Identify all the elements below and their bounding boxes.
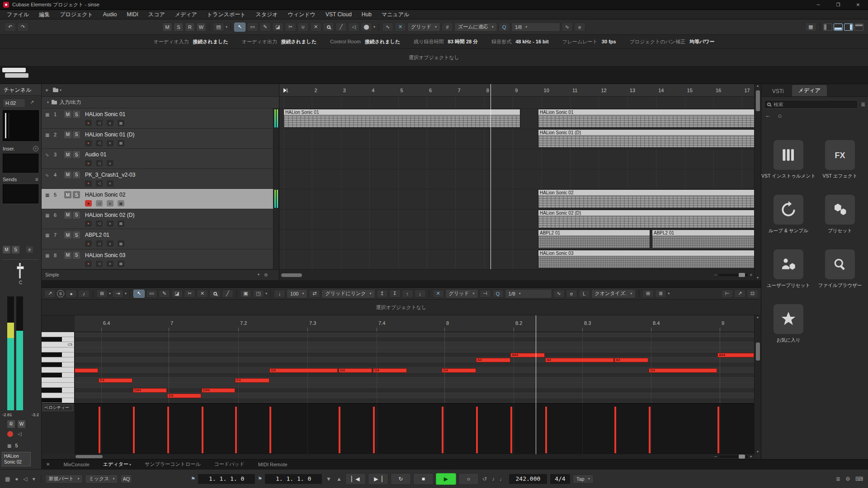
record-arm-button[interactable]: ● — [85, 221, 92, 227]
bottom-tab-MIDI Remote[interactable]: MIDI Remote — [258, 462, 288, 467]
punch-in-icon[interactable]: ▼ — [325, 476, 333, 482]
tempo-display[interactable]: 242.000 — [509, 474, 547, 484]
midi-keyboard-icon[interactable]: ▦ — [4, 476, 11, 482]
scrollbar-handle[interactable] — [756, 343, 760, 361]
midi-note[interactable]: A4 — [545, 358, 614, 362]
grid-type-icon[interactable]: # — [442, 23, 453, 32]
move-down-icon[interactable]: ↧ — [389, 290, 401, 298]
minimize-button[interactable]: ─ — [808, 0, 828, 9]
quantize-preset-dropdown[interactable]: 1/8▾ — [505, 289, 552, 298]
snap-on-off-icon[interactable]: ✕ — [395, 23, 406, 32]
velocity-bar[interactable] — [442, 407, 443, 453]
menu-item[interactable]: プロジェクト — [55, 10, 98, 19]
media-tile[interactable]: お気に入り — [766, 304, 811, 343]
range-selection-tool-icon[interactable]: ▭ — [146, 290, 157, 298]
chevron-down-icon[interactable]: ▾ — [31, 476, 37, 482]
line-tool-icon[interactable]: ╱ — [222, 290, 233, 298]
mute-button[interactable]: M — [64, 211, 71, 219]
piano-key-C5[interactable]: C5 — [42, 342, 75, 347]
play-button[interactable]: ▶ — [436, 473, 456, 485]
track-presets-icon[interactable]: ▾ — [53, 88, 61, 92]
object-selection-tool-icon[interactable]: ↖ — [234, 23, 245, 32]
insert-velocity-dropdown[interactable]: 100▾ — [287, 289, 307, 298]
record-button[interactable]: ○ — [458, 473, 479, 485]
eraser-tool-icon[interactable]: ◪ — [272, 23, 283, 32]
record-arm-button[interactable]: ● — [85, 160, 92, 166]
mute-button[interactable]: M — [64, 131, 71, 138]
mix-dropdown[interactable]: ミックス▾ — [85, 474, 118, 483]
pencil-tool-icon[interactable]: ✎ — [159, 290, 170, 298]
solo-all-button[interactable]: S — [174, 23, 184, 32]
piano-key-A#4[interactable] — [42, 352, 75, 357]
channel-strip-thumbnail[interactable] — [3, 110, 39, 141]
home-icon[interactable]: ⌂ — [778, 112, 782, 119]
media-tile[interactable]: VST インストゥルメント — [766, 140, 811, 179]
midi-note[interactable]: G4 — [373, 368, 407, 373]
eraser-tool-icon[interactable]: ◪ — [171, 290, 183, 298]
bottom-tab-エディター[interactable]: エディター ▾ — [103, 461, 131, 468]
go-to-end-button[interactable]: ▶▕ — [368, 473, 388, 485]
velocity-bar[interactable] — [717, 407, 719, 453]
inspector-header[interactable]: チャンネル — [0, 84, 41, 96]
edit-channel-button[interactable]: e — [107, 140, 113, 146]
mute-tool-icon[interactable]: ✕ — [310, 23, 321, 32]
midi-note[interactable]: G4 — [442, 368, 476, 373]
track-lanes[interactable]: HALion Sonic 01HALion Sonic 01HALion Son… — [279, 97, 754, 269]
inserts-slot-box[interactable] — [3, 154, 38, 173]
zone-splitter[interactable] — [42, 280, 761, 288]
edit-channel-button[interactable]: e — [107, 160, 113, 166]
glue-tool-icon[interactable]: ∪ — [297, 23, 309, 32]
channel-id-box[interactable]: H.02 — [3, 99, 25, 108]
split-tool-icon[interactable]: ✂ — [184, 290, 195, 298]
snap-type-dropdown[interactable]: グリッド▾ — [445, 289, 478, 298]
stop-button[interactable]: ■ — [413, 473, 434, 485]
zoom-tool-icon[interactable] — [209, 290, 221, 298]
range-selection-tool-icon[interactable]: ▭ — [247, 23, 258, 32]
timeline-ruler[interactable]: 1234567891011121314151617 — [279, 84, 754, 97]
editor-mode-icon[interactable]: ⊢ — [722, 290, 733, 298]
monitor-button[interactable]: ◁ — [96, 240, 103, 247]
object-selection-tool-icon[interactable]: ↖ — [133, 290, 145, 298]
clip[interactable]: HALion Sonic 02 (D) — [538, 210, 754, 229]
edit-channel-button[interactable]: e — [107, 200, 113, 206]
quantize-icon[interactable]: Q — [499, 23, 510, 32]
insert-bypass-icon[interactable]: + — [33, 146, 38, 151]
pan-control[interactable]: C — [0, 280, 41, 285]
velocity-bar[interactable] — [373, 407, 375, 453]
monitor-button[interactable]: ◁ — [96, 261, 103, 267]
track-row[interactable]: ▦1MSHALion Sonic 01●◁e▦ — [42, 108, 279, 129]
insert-velocity-icon[interactable]: ↓ — [274, 290, 285, 298]
midi-note[interactable]: F4 — [235, 378, 269, 383]
move-up-icon[interactable]: ↥ — [377, 290, 388, 298]
bottom-tab-サンプラーコントロール[interactable]: サンプラーコントロール — [145, 461, 200, 468]
add-track-icon[interactable]: + — [45, 87, 48, 94]
solo-button[interactable]: S — [73, 151, 80, 158]
piano-key-C#5[interactable] — [42, 337, 75, 342]
piano-key-C#4[interactable] — [42, 398, 75, 403]
gear-icon[interactable]: ⚙ — [844, 476, 852, 482]
mute-button[interactable]: M — [64, 252, 71, 259]
quantize-preset-dropdown[interactable]: 1/8▾ — [511, 23, 560, 32]
menu-item[interactable]: スコア — [143, 10, 170, 19]
swing-icon[interactable]: ∿ — [561, 23, 573, 32]
step-up-icon[interactable]: ↑ — [402, 290, 413, 298]
lower-zone-toggle-icon[interactable] — [834, 23, 843, 31]
track-visibility-preset[interactable]: Simple — [45, 272, 59, 277]
inserts-section[interactable]: Inser.+ — [3, 145, 38, 153]
piano-keyboard[interactable]: C5 — [42, 332, 75, 403]
chevron-down-icon[interactable]: ▾ — [373, 25, 375, 29]
play-tool-icon[interactable]: ◁ — [348, 23, 359, 32]
menu-item[interactable]: スタジオ — [251, 10, 283, 19]
left-zone-toggle-icon[interactable] — [823, 23, 832, 31]
track-row[interactable]: ▦2MSHALion Sonic 01 (D)●◁e▦ — [42, 129, 279, 149]
clip[interactable]: HALion Sonic 01 — [283, 109, 520, 128]
velocity-bar[interactable] — [269, 407, 271, 453]
write-all-button[interactable]: W — [196, 23, 206, 32]
line-tool-icon[interactable]: ╱ — [335, 23, 347, 32]
solo-button[interactable]: S — [73, 191, 80, 198]
monitor-icon[interactable]: ◁ — [18, 431, 21, 437]
length-quantize-dropdown[interactable]: グリッドにリンク▾ — [321, 289, 375, 298]
menu-item[interactable]: Audio — [98, 10, 122, 19]
instrument-button[interactable]: ▦ — [118, 120, 124, 126]
clip[interactable]: HALion Sonic 01 — [538, 109, 754, 128]
